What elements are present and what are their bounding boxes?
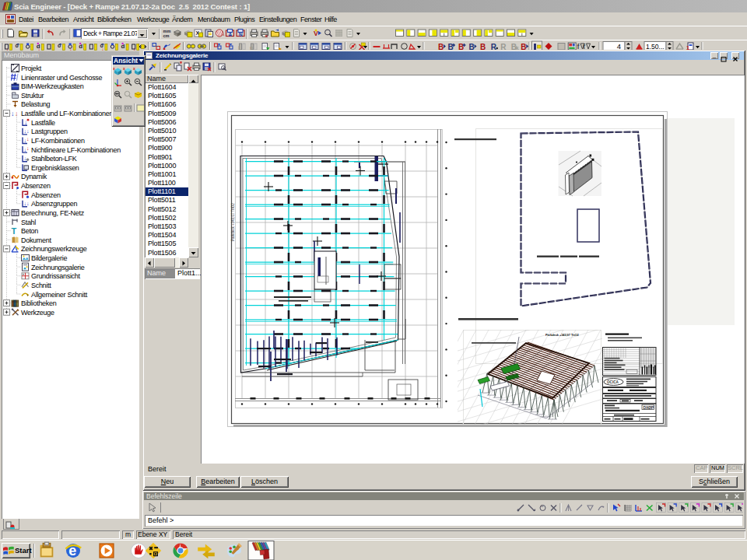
svg-text:Absenzen: Absenzen <box>21 182 51 190</box>
svg-text:cm: cm <box>163 33 170 38</box>
svg-text:↓: ↓ <box>38 47 40 51</box>
svg-text:Stahl: Stahl <box>21 219 36 226</box>
svg-text:A: A <box>229 32 233 37</box>
svg-text:↓: ↓ <box>11 110 15 117</box>
svg-text:Absenzen: Absenzen <box>31 191 61 199</box>
svg-text:OCICA: OCICA <box>607 380 619 384</box>
svg-text:Dynamik: Dynamik <box>21 173 47 180</box>
svg-text:x: x <box>133 66 135 71</box>
svg-text:Lastfälle: Lastfälle <box>31 119 55 127</box>
svg-text:Berechnung, FE-Netz: Berechnung, FE-Netz <box>21 209 85 217</box>
svg-text:Werkzeuge: Werkzeuge <box>21 309 54 317</box>
svg-text:↓: ↓ <box>26 136 30 142</box>
svg-text:Linienraster und Geschosse: Linienraster und Geschosse <box>21 74 103 82</box>
svg-text:Schnitt: Schnitt <box>31 282 51 289</box>
svg-text:Parkdeck +343,97 TnO2: Parkdeck +343,97 TnO2 <box>545 333 580 337</box>
svg-text:Parkdeck +343,07 TnO2: Parkdeck +343,07 TnO2 <box>231 203 235 241</box>
svg-text:Nichtlineare LF-Kombinationen: Nichtlineare LF-Kombinationen <box>31 146 121 154</box>
svg-text:x: x <box>113 66 115 71</box>
svg-text:Zeichnungsgalerie: Zeichnungsgalerie <box>31 264 85 271</box>
svg-text:Bildergalerie: Bildergalerie <box>31 254 67 262</box>
svg-text:↓: ↓ <box>133 47 135 51</box>
svg-text:Grundrissansicht: Grundrissansicht <box>31 272 81 280</box>
svg-text:Zeichnungswerkzeuge: Zeichnungswerkzeuge <box>21 245 87 253</box>
svg-text:↓↓: ↓↓ <box>24 201 30 206</box>
svg-text:T: T <box>12 226 17 236</box>
svg-text:Struktur: Struktur <box>21 92 44 100</box>
svg-text:↓: ↓ <box>24 156 26 161</box>
svg-text:BIM-Werkzeugkasten: BIM-Werkzeugkasten <box>21 82 84 90</box>
svg-text:Lastfälle und LF-Kombinationen: Lastfälle und LF-Kombinationen <box>21 110 113 117</box>
svg-text:Projekt: Projekt <box>21 65 42 72</box>
svg-text:LF-Kombinationen: LF-Kombinationen <box>31 137 85 145</box>
svg-text:↓: ↓ <box>15 110 19 117</box>
svg-text:N: N <box>239 32 243 37</box>
svg-text:↓: ↓ <box>101 47 103 51</box>
svg-text:Stahlbeton-LFK: Stahlbeton-LFK <box>31 155 77 163</box>
svg-text:Dokument: Dokument <box>21 236 51 244</box>
svg-text:Allgemeiner Schnitt: Allgemeiner Schnitt <box>31 291 88 299</box>
svg-text:DXØP: DXØP <box>644 405 654 410</box>
svg-text:Ergebnisklassen: Ergebnisklassen <box>31 164 79 172</box>
svg-text:Bibliotheken: Bibliotheken <box>21 299 57 307</box>
svg-text:↓: ↓ <box>6 47 9 51</box>
svg-text:Beton: Beton <box>21 227 38 235</box>
svg-text:↓: ↓ <box>24 119 27 126</box>
svg-text:↓: ↓ <box>70 47 72 51</box>
svg-text:Absenzgruppen: Absenzgruppen <box>31 200 77 208</box>
svg-text:Belastung: Belastung <box>21 100 51 108</box>
svg-text:↓↓: ↓↓ <box>24 128 30 134</box>
svg-text:x: x <box>123 66 125 71</box>
svg-text:↓: ↓ <box>26 145 30 151</box>
svg-text:Lastgruppen: Lastgruppen <box>31 128 68 135</box>
